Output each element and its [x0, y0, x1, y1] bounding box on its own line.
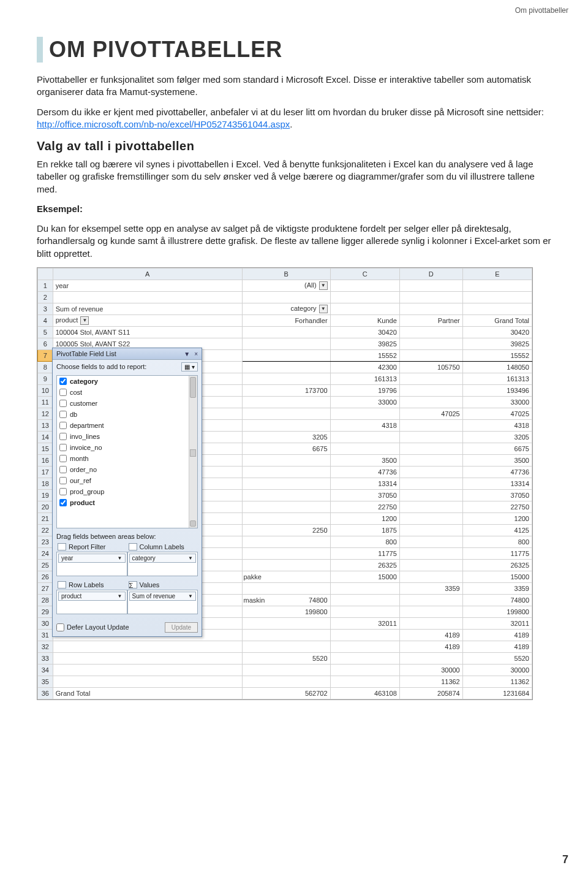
chip-year[interactable]: year▼ — [58, 554, 126, 563]
table-row[interactable]: 3355205520 — [38, 652, 532, 664]
cell[interactable]: pakke — [242, 571, 330, 582]
row-header[interactable]: 11 — [38, 396, 53, 408]
field-item-department[interactable]: department — [57, 420, 197, 431]
row-header[interactable]: 32 — [38, 641, 53, 652]
row-header[interactable]: 30 — [38, 617, 53, 629]
row-header[interactable]: 9 — [38, 373, 53, 384]
row-header[interactable]: 10 — [38, 384, 53, 396]
cell[interactable] — [399, 512, 462, 524]
row-header[interactable]: 16 — [38, 454, 53, 466]
cell[interactable] — [399, 617, 462, 629]
cell[interactable]: 562702 — [242, 687, 330, 699]
cell[interactable] — [462, 291, 532, 303]
row-header[interactable]: 19 — [38, 489, 53, 501]
cell[interactable]: 37050 — [330, 489, 399, 501]
field-checkbox[interactable] — [59, 477, 67, 484]
cell[interactable]: 463108 — [330, 687, 399, 699]
chevron-down-icon[interactable]: ▼ — [188, 593, 193, 599]
cell[interactable] — [242, 559, 330, 571]
layout-options-button[interactable]: ▦ ▾ — [181, 362, 198, 371]
cell[interactable]: 4318 — [462, 419, 532, 431]
cell[interactable] — [242, 361, 330, 373]
cell[interactable] — [242, 676, 330, 687]
cell[interactable] — [242, 512, 330, 524]
cell[interactable] — [330, 303, 399, 314]
cell[interactable] — [242, 617, 330, 629]
cell[interactable] — [462, 303, 532, 314]
cell[interactable] — [399, 606, 462, 617]
cell[interactable] — [53, 664, 242, 676]
field-checkbox[interactable] — [59, 378, 67, 385]
cell[interactable]: 800 — [462, 536, 532, 547]
defer-update-checkbox[interactable]: Defer Layout Update — [56, 623, 129, 631]
cell[interactable]: 6675 — [462, 443, 532, 454]
table-row[interactable]: 4product▼ForhandlerKundePartnerGrand Tot… — [38, 314, 532, 326]
cell[interactable]: Partner — [399, 314, 462, 326]
close-icon[interactable]: × — [194, 351, 198, 357]
cell[interactable] — [399, 478, 462, 489]
field-item-month[interactable]: month — [57, 453, 197, 464]
row-header[interactable]: 18 — [38, 478, 53, 489]
table-row[interactable]: 2 — [38, 291, 532, 303]
field-checkbox[interactable] — [59, 422, 67, 429]
row-header[interactable]: 34 — [38, 664, 53, 676]
field-checkbox[interactable] — [59, 499, 67, 506]
cell[interactable] — [330, 664, 399, 676]
cell[interactable]: 11775 — [462, 547, 532, 559]
cell[interactable]: 32011 — [462, 617, 532, 629]
cell[interactable] — [242, 489, 330, 501]
cell[interactable]: 30420 — [462, 326, 532, 338]
row-header[interactable]: 23 — [38, 536, 53, 547]
field-item-cost[interactable]: cost — [57, 387, 197, 398]
cell[interactable]: 39825 — [462, 338, 532, 349]
cell[interactable]: 4189 — [462, 629, 532, 641]
cell[interactable] — [399, 524, 462, 536]
col-header[interactable]: D — [399, 268, 462, 280]
cell[interactable] — [399, 280, 462, 291]
cell[interactable] — [399, 291, 462, 303]
cell[interactable] — [330, 408, 399, 419]
chip-sum-revenue[interactable]: Sum of revenue▼ — [129, 592, 197, 601]
cell[interactable]: 30000 — [399, 664, 462, 676]
cell[interactable] — [399, 454, 462, 466]
cell[interactable] — [330, 443, 399, 454]
field-item-product[interactable]: product — [57, 497, 197, 508]
cell[interactable] — [242, 547, 330, 559]
cell[interactable]: 15552 — [330, 349, 399, 361]
cell[interactable]: 22750 — [330, 501, 399, 512]
cell[interactable]: 105750 — [399, 361, 462, 373]
row-header[interactable]: 29 — [38, 606, 53, 617]
cell[interactable] — [399, 489, 462, 501]
field-item-prod_group[interactable]: prod_group — [57, 486, 197, 497]
field-checkbox[interactable] — [59, 466, 67, 473]
cell[interactable]: 47736 — [330, 466, 399, 478]
row-header[interactable]: 5 — [38, 326, 53, 338]
field-checkbox[interactable] — [59, 455, 67, 462]
field-item-customer[interactable]: customer — [57, 398, 197, 409]
cell[interactable]: Grand Total — [462, 314, 532, 326]
cell[interactable] — [399, 303, 462, 314]
cell[interactable]: (All)▼ — [242, 280, 330, 291]
row-header[interactable]: 21 — [38, 512, 53, 524]
field-item-invo_lines[interactable]: invo_lines — [57, 431, 197, 442]
cell[interactable] — [330, 629, 399, 641]
cell[interactable] — [399, 536, 462, 547]
panel-titlebar[interactable]: PivotTable Field List ▼ × — [53, 348, 202, 360]
field-checkbox[interactable] — [59, 389, 67, 396]
cell[interactable] — [399, 594, 462, 606]
cell[interactable] — [330, 291, 399, 303]
cell[interactable] — [242, 326, 330, 338]
row-labels-zone[interactable]: product▼ — [56, 590, 127, 614]
cell[interactable]: 3359 — [462, 582, 532, 594]
cell[interactable]: 15552 — [462, 349, 532, 361]
chevron-down-icon[interactable]: ▼ — [188, 555, 193, 561]
cell[interactable] — [462, 280, 532, 291]
cell[interactable]: 1200 — [462, 512, 532, 524]
cell[interactable]: 800 — [330, 536, 399, 547]
cell[interactable] — [242, 338, 330, 349]
cell[interactable]: 1200 — [330, 512, 399, 524]
cell[interactable] — [399, 384, 462, 396]
row-header[interactable]: 1 — [38, 280, 53, 291]
update-button[interactable]: Update — [165, 622, 198, 633]
cell[interactable] — [242, 664, 330, 676]
